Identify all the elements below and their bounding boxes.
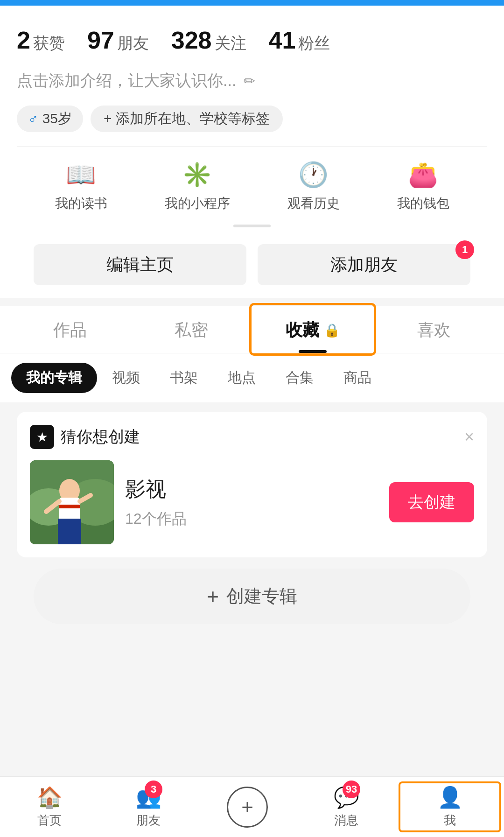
nav-friends[interactable]: 👥 朋友 3 [99, 777, 198, 837]
sub-tab-collection[interactable]: 合集 [271, 363, 329, 393]
edit-profile-label: 编辑主页 [106, 253, 174, 276]
add-icon: + [241, 795, 253, 819]
tabs-section: 作品 私密 收藏 🔒 喜欢 我的专辑 视频 书架 地点 [0, 306, 504, 402]
main-tabs: 作品 私密 收藏 🔒 喜欢 [0, 306, 504, 353]
sub-tab-location[interactable]: 地点 [213, 363, 271, 393]
wallet-label: 我的钱包 [397, 195, 449, 212]
suggestion-title: 猜你想创建 [61, 426, 140, 448]
tab-likes[interactable]: 喜欢 [373, 306, 495, 353]
profile-section: 2 获赞 97 朋友 328 关注 41 粉丝 点击添加介绍，让大家认识你...… [0, 6, 504, 298]
star-badge: ★ [30, 425, 54, 449]
go-create-label: 去创建 [408, 493, 455, 511]
thumbnail-illustration [30, 460, 114, 544]
reading-label: 我的读书 [55, 195, 107, 212]
age-text: 35岁 [42, 109, 72, 128]
star-icon: ★ [36, 429, 48, 445]
suggestion-title-row: ★ 猜你想创建 [30, 425, 140, 449]
friends-label: 朋友 [117, 33, 149, 54]
stat-fans[interactable]: 41 粉丝 [269, 26, 330, 54]
suggestion-name: 影视 [125, 476, 378, 503]
nav-home[interactable]: 🏠 首页 [0, 777, 99, 837]
fans-number: 41 [269, 26, 296, 54]
tab-private[interactable]: 私密 [131, 306, 252, 353]
suggestion-content: 影视 12个作品 去创建 [30, 460, 474, 544]
bio-text: 点击添加介绍，让大家认识你... [17, 70, 236, 91]
sub-tab-video[interactable]: 视频 [97, 363, 155, 393]
friends-badge: 3 [145, 781, 162, 798]
likes-label: 获赞 [33, 33, 65, 54]
go-create-button[interactable]: 去创建 [389, 482, 474, 522]
quick-action-miniprogram[interactable]: ✳️ 我的小程序 [165, 161, 230, 212]
bottom-nav: 🏠 首页 👥 朋友 3 + 💬 消息 93 👤 我 [0, 776, 504, 837]
suggestion-close-button[interactable]: × [464, 427, 474, 447]
miniprogram-icon: ✳️ [182, 161, 212, 189]
sub-tab-goods[interactable]: 商品 [329, 363, 386, 393]
me-icon: 👤 [437, 785, 463, 809]
friends-nav-label: 朋友 [136, 812, 161, 829]
svg-rect-7 [58, 519, 81, 544]
private-tab-label: 私密 [175, 319, 208, 342]
wallet-icon: 👛 [408, 161, 438, 189]
content-spacer [0, 682, 504, 753]
create-album-button[interactable]: + 创建专辑 [34, 569, 470, 624]
add-friend-badge: 1 [455, 240, 474, 259]
likes-number: 2 [17, 26, 30, 54]
me-label: 我 [444, 812, 456, 829]
following-label: 关注 [215, 33, 246, 54]
tab-works[interactable]: 作品 [9, 306, 131, 353]
divider-bar [233, 225, 271, 227]
stat-friends[interactable]: 97 朋友 [87, 26, 149, 54]
quick-action-wallet[interactable]: 👛 我的钱包 [397, 161, 449, 212]
history-icon: 🕐 [298, 161, 329, 189]
add-friend-button[interactable]: 添加朋友 1 [258, 244, 470, 285]
stat-following[interactable]: 328 关注 [171, 26, 246, 54]
stat-likes[interactable]: 2 获赞 [17, 26, 65, 54]
add-button[interactable]: + [227, 787, 268, 828]
tags-row: ♂ 35岁 + 添加所在地、学校等标签 [17, 101, 487, 146]
history-label: 观看历史 [287, 195, 340, 212]
home-icon: 🏠 [37, 785, 63, 809]
tab-favorites[interactable]: 收藏 🔒 [252, 306, 373, 353]
sub-tabs: 我的专辑 视频 书架 地点 合集 商品 [0, 353, 504, 402]
sub-tab-my-album[interactable]: 我的专辑 [11, 363, 97, 393]
likes-tab-label: 喜欢 [417, 319, 451, 342]
suggestion-thumbnail [30, 460, 114, 544]
action-buttons-row: 编辑主页 添加朋友 1 [17, 235, 487, 298]
home-label: 首页 [37, 812, 62, 829]
bio-row[interactable]: 点击添加介绍，让大家认识你... ✏ [17, 65, 487, 101]
suggestion-info: 影视 12个作品 [125, 476, 378, 529]
stats-row: 2 获赞 97 朋友 328 关注 41 粉丝 [17, 17, 487, 65]
edit-icon: ✏ [244, 73, 255, 89]
messages-badge: 93 [343, 781, 360, 798]
quick-actions: 📖 我的读书 ✳️ 我的小程序 🕐 观看历史 👛 我的钱包 [17, 146, 487, 217]
suggestion-card: ★ 猜你想创建 × [17, 412, 487, 557]
top-bar [0, 0, 504, 6]
create-album-plus-icon: + [207, 585, 219, 608]
quick-action-reading[interactable]: 📖 我的读书 [55, 161, 107, 212]
works-tab-label: 作品 [53, 319, 87, 342]
add-tag-label: + 添加所在地、学校等标签 [104, 109, 270, 128]
lock-icon: 🔒 [324, 323, 340, 338]
gender-age-tag: ♂ 35岁 [17, 106, 83, 132]
svg-rect-6 [59, 505, 80, 508]
edit-profile-button[interactable]: 编辑主页 [34, 244, 246, 285]
close-icon: × [464, 427, 474, 446]
tab-favorites-wrapper: 收藏 🔒 [252, 306, 373, 353]
miniprogram-label: 我的小程序 [165, 195, 230, 212]
following-number: 328 [171, 26, 212, 54]
messages-label: 消息 [334, 812, 358, 829]
suggestion-header: ★ 猜你想创建 × [30, 425, 474, 449]
nav-messages[interactable]: 💬 消息 93 [297, 777, 396, 837]
sub-tab-bookshelf[interactable]: 书架 [155, 363, 213, 393]
thumbnail-background [30, 460, 114, 544]
quick-action-history[interactable]: 🕐 观看历史 [287, 161, 340, 212]
add-tag-button[interactable]: + 添加所在地、学校等标签 [91, 106, 283, 132]
create-album-label: 创建专辑 [226, 584, 297, 608]
favorites-tab-label: 收藏 [286, 319, 319, 342]
nav-me[interactable]: 👤 我 [399, 781, 501, 832]
content-area: ★ 猜你想创建 × [0, 402, 504, 682]
nav-add[interactable]: + [198, 777, 297, 837]
suggestion-count: 12个作品 [125, 509, 378, 529]
add-friend-label: 添加朋友 [330, 253, 398, 276]
friends-number: 97 [87, 26, 114, 54]
